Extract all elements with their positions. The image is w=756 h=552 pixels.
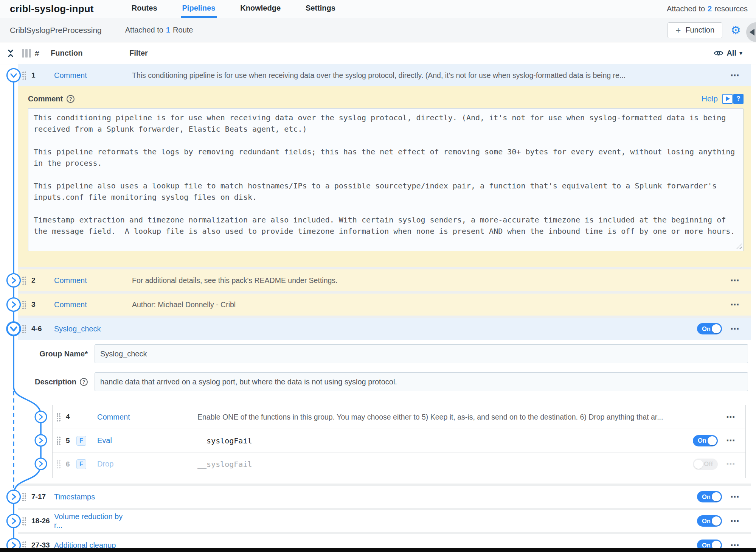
toolbar-actions: + Function ⚙	[668, 22, 756, 38]
row-menu-icon[interactable]: ⋯	[730, 493, 740, 501]
expand-toggle-row-4[interactable]	[35, 411, 47, 423]
top-nav: cribl-syslog-input Routes Pipelines Know…	[0, 0, 756, 18]
group-editor: Group Name* Description ? 4 Comment Enab…	[18, 340, 751, 484]
nav-tabs: Routes Pipelines Knowledge Settings	[130, 0, 337, 18]
tab-pipelines[interactable]: Pipelines	[181, 0, 217, 18]
row-number: 18-26	[31, 517, 54, 525]
drag-handle-icon[interactable]	[22, 300, 26, 309]
function-row-1[interactable]: 1 Comment This conditioning pipeline is …	[0, 64, 756, 86]
filter-text: Enable ONE of the functions in this grou…	[197, 413, 720, 421]
row-number: 4	[66, 413, 75, 421]
drag-handle-icon[interactable]	[56, 413, 61, 421]
final-flag-badge: F	[76, 459, 86, 469]
visibility-filter-dropdown[interactable]: All ▾	[714, 49, 756, 58]
function-row-3[interactable]: 3 Comment Author: Michael Donnelly - Cri…	[0, 294, 756, 316]
function-toggle[interactable]: Off	[693, 459, 718, 470]
comment-editor-panel: Comment ? Help ? This conditioning pipel…	[18, 86, 751, 267]
expand-toggle-row-2[interactable]	[7, 274, 20, 287]
function-link[interactable]: Comment	[54, 71, 132, 80]
group-name-input[interactable]	[95, 344, 748, 363]
drag-handle-icon[interactable]	[22, 325, 26, 333]
group-link[interactable]: Syslog_check	[54, 325, 132, 333]
row-number: 1	[31, 71, 54, 79]
description-label: Description ?	[18, 378, 95, 386]
add-function-button[interactable]: + Function	[668, 22, 722, 38]
group-row-4-6[interactable]: 4-6 Syslog_check On ⋯	[0, 318, 756, 340]
row-number: 2	[31, 276, 54, 285]
attached-resources-count: 2	[708, 5, 712, 13]
row-number: 3	[31, 300, 54, 309]
drag-handle-icon[interactable]	[56, 436, 61, 445]
function-link[interactable]: Drop	[97, 460, 197, 468]
row-menu-icon[interactable]: ⋯	[730, 325, 740, 333]
drag-handle-icon[interactable]	[22, 517, 26, 526]
plus-icon: +	[675, 26, 681, 35]
function-link[interactable]: Comment	[97, 413, 197, 421]
row-menu-icon[interactable]: ⋯	[730, 71, 740, 80]
caret-left-icon	[750, 29, 754, 36]
group-row-18-26[interactable]: 18-26 Volume reduction by r... On ⋯	[0, 510, 756, 532]
comment-field-label: Comment	[28, 95, 63, 103]
drag-handle-icon[interactable]	[22, 276, 26, 285]
expand-toggle-row-7-17[interactable]	[7, 490, 20, 504]
row-menu-icon[interactable]: ⋯	[730, 300, 740, 309]
help-circle-icon[interactable]: ?	[67, 95, 75, 103]
attached-resources: Attached to2resources	[667, 5, 756, 13]
expand-toggle-row-1[interactable]	[7, 69, 20, 82]
filter-text: This conditioning pipeline is for use wh…	[132, 71, 724, 80]
expand-toggle-row-3[interactable]	[7, 298, 20, 311]
video-help-icon[interactable]	[722, 94, 733, 104]
row-menu-icon[interactable]: ⋯	[726, 413, 736, 421]
function-link[interactable]: Eval	[97, 436, 197, 445]
row-menu-icon[interactable]: ⋯	[726, 460, 736, 468]
column-header-function: Function	[51, 49, 129, 58]
pack-title: cribl-syslog-input	[10, 3, 94, 15]
group-link[interactable]: Volume reduction by r...	[54, 512, 132, 530]
question-help-icon[interactable]: ?	[733, 94, 744, 104]
expand-toggle-row-18-26[interactable]	[7, 515, 20, 528]
group-toggle[interactable]: On	[697, 515, 722, 527]
eye-icon	[714, 50, 723, 56]
description-input[interactable]	[95, 372, 748, 391]
drag-handle-icon[interactable]	[22, 71, 26, 80]
tab-knowledge[interactable]: Knowledge	[239, 0, 282, 18]
function-row-5[interactable]: 5 F Eval __syslogFail On ⋯	[53, 429, 745, 452]
expand-toggle-row-4-6[interactable]	[7, 322, 20, 336]
help-circle-icon[interactable]: ?	[80, 378, 88, 386]
collapse-all-icon[interactable]	[7, 48, 14, 58]
window-edge	[0, 548, 756, 552]
row-number: 6	[66, 460, 75, 468]
caret-down-icon: ▾	[739, 50, 742, 57]
group-toggle[interactable]: On	[697, 491, 722, 502]
pipeline-toolbar: CriblSyslogPreProcessing Attached to1Rou…	[0, 18, 756, 42]
gear-icon[interactable]: ⚙	[731, 25, 741, 36]
columns-icon[interactable]	[22, 49, 31, 58]
attached-routes: Attached to1Route	[125, 26, 193, 34]
tab-routes[interactable]: Routes	[130, 0, 159, 18]
drag-handle-icon[interactable]	[56, 460, 61, 468]
help-link[interactable]: Help ?	[702, 94, 744, 104]
row-menu-icon[interactable]: ⋯	[730, 517, 740, 526]
filter-text: For additional details, see this pack's …	[132, 276, 724, 285]
row-number: 4-6	[31, 325, 54, 333]
drag-handle-icon[interactable]	[22, 493, 26, 501]
tab-settings[interactable]: Settings	[304, 0, 337, 18]
final-flag-badge: F	[76, 436, 86, 446]
function-row-4[interactable]: 4 Comment Enable ONE of the functions in…	[53, 405, 745, 429]
comment-textarea[interactable]: This conditioning pipeline is for use wh…	[28, 108, 744, 251]
row-menu-icon[interactable]: ⋯	[726, 436, 736, 445]
function-toggle[interactable]: On	[693, 435, 718, 446]
group-row-7-17[interactable]: 7-17 Timestamps On ⋯	[0, 486, 756, 508]
row-menu-icon[interactable]: ⋯	[730, 276, 740, 285]
expand-toggle-row-6[interactable]	[35, 458, 47, 470]
function-link[interactable]: Comment	[54, 276, 132, 285]
group-link[interactable]: Timestamps	[54, 493, 132, 501]
row-number: 7-17	[31, 493, 54, 501]
expand-toggle-row-5[interactable]	[35, 435, 47, 446]
function-row-2[interactable]: 2 Comment For additional details, see th…	[0, 269, 756, 291]
function-row-6[interactable]: 6 F Drop __syslogFail Off ⋯	[53, 452, 745, 476]
group-toggle[interactable]: On	[697, 323, 722, 334]
function-link[interactable]: Comment	[54, 300, 132, 309]
pipeline-name: CriblSyslogPreProcessing	[10, 26, 102, 35]
column-header-filter: Filter	[129, 49, 148, 58]
